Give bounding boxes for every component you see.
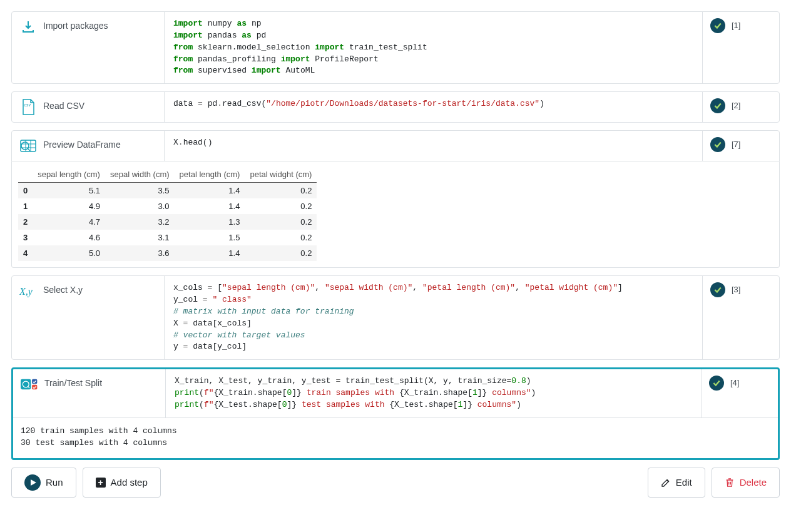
- csv-icon: csv: [19, 98, 37, 116]
- svg-rect-12: [32, 379, 37, 384]
- cell-title: Preview DataFrame: [43, 137, 121, 150]
- column-header: petal length (cm): [175, 166, 245, 183]
- table-row: 14.93.01.40.2: [18, 198, 317, 214]
- exec-count: [1]: [732, 18, 740, 30]
- column-header: sepal length (cm): [33, 166, 105, 183]
- cell-status: [2]: [703, 92, 779, 122]
- xy-icon: X,y: [19, 282, 37, 300]
- code-area[interactable]: x_cols = ["sepal length (cm)", "sepal wi…: [165, 276, 703, 359]
- code-area[interactable]: X_train, X_test, y_train, y_test = train…: [166, 369, 702, 417]
- svg-rect-1: [21, 140, 36, 151]
- cell-block-preview: Preview DataFrame X.head() [7] sepal len…: [11, 130, 780, 268]
- column-header: sepal width (cm): [105, 166, 175, 183]
- plus-icon: +: [96, 478, 106, 488]
- exec-count: [3]: [732, 282, 740, 294]
- cell-preview[interactable]: Preview DataFrame X.head() [7]: [11, 130, 780, 161]
- check-icon: [709, 376, 724, 391]
- edit-button[interactable]: Edit: [648, 468, 705, 498]
- cell-import[interactable]: Import packages import numpy as np impor…: [11, 11, 780, 84]
- check-icon: [710, 18, 725, 33]
- svg-rect-9: [21, 379, 31, 389]
- cell-status: [4]: [702, 369, 778, 417]
- code-area[interactable]: X.head(): [165, 131, 703, 161]
- code-area[interactable]: import numpy as np import pandas as pd f…: [165, 12, 703, 83]
- delete-button[interactable]: Delete: [712, 468, 780, 498]
- svg-line-7: [28, 148, 30, 151]
- run-button[interactable]: Run: [11, 468, 76, 498]
- cell-block-split: Train/Test Split X_train, X_test, y_trai…: [11, 367, 780, 459]
- cell-readcsv[interactable]: csv Read CSV data = pd.read_csv("/home/p…: [11, 91, 780, 123]
- cell-status: [1]: [703, 12, 779, 83]
- cell-title: Read CSV: [43, 98, 84, 111]
- table-row: 05.13.51.40.2: [18, 183, 317, 199]
- exec-count: [4]: [730, 376, 739, 387]
- check-icon: [710, 98, 725, 113]
- svg-text:X,y: X,y: [19, 286, 33, 297]
- column-header: [18, 166, 33, 183]
- add-step-button[interactable]: + Add step: [83, 468, 161, 498]
- cell-title: Train/Test Split: [44, 376, 102, 388]
- cell-header: csv Read CSV: [12, 92, 165, 122]
- output-text: 120 train samples with 4 columns 30 test…: [13, 417, 778, 458]
- table-row: 34.63.11.50.2: [18, 230, 317, 245]
- cell-header: Preview DataFrame: [12, 131, 165, 161]
- preview-icon: [19, 137, 37, 155]
- cell-title: Import packages: [43, 18, 108, 31]
- cell-select[interactable]: X,y Select X,y x_cols = ["sepal length (…: [11, 275, 780, 360]
- check-icon: [710, 137, 725, 152]
- output-dataframe: sepal length (cm)sepal width (cm)petal l…: [11, 161, 780, 268]
- cell-status: [7]: [703, 131, 779, 161]
- cell-split[interactable]: Train/Test Split X_train, X_test, y_trai…: [13, 369, 778, 417]
- cell-header: Import packages: [12, 12, 165, 83]
- split-icon: [21, 376, 38, 393]
- code-area[interactable]: data = pd.read_csv("/home/piotr/Download…: [165, 92, 703, 122]
- cell-title: Select X,y: [43, 282, 83, 295]
- svg-rect-13: [32, 385, 37, 389]
- check-icon: [710, 282, 725, 297]
- text-output: 120 train samples with 4 columns 30 test…: [19, 423, 772, 452]
- play-icon: [24, 474, 41, 491]
- svg-text:csv: csv: [24, 103, 31, 107]
- column-header: petal widght (cm): [245, 166, 317, 183]
- cell-header: X,y Select X,y: [12, 276, 165, 359]
- exec-count: [2]: [732, 98, 740, 110]
- cell-status: [3]: [703, 276, 779, 359]
- trash-icon: [725, 478, 735, 488]
- table-row: 45.03.61.40.2: [18, 245, 317, 261]
- cell-header: Train/Test Split: [13, 369, 166, 417]
- edit-icon: [661, 478, 671, 488]
- exec-count: [7]: [732, 137, 740, 149]
- dataframe-table: sepal length (cm)sepal width (cm)petal l…: [18, 166, 317, 261]
- table-row: 24.73.21.30.2: [18, 214, 317, 230]
- import-icon: [19, 18, 37, 36]
- toolbar: Run + Add step Edit Delete: [11, 468, 780, 498]
